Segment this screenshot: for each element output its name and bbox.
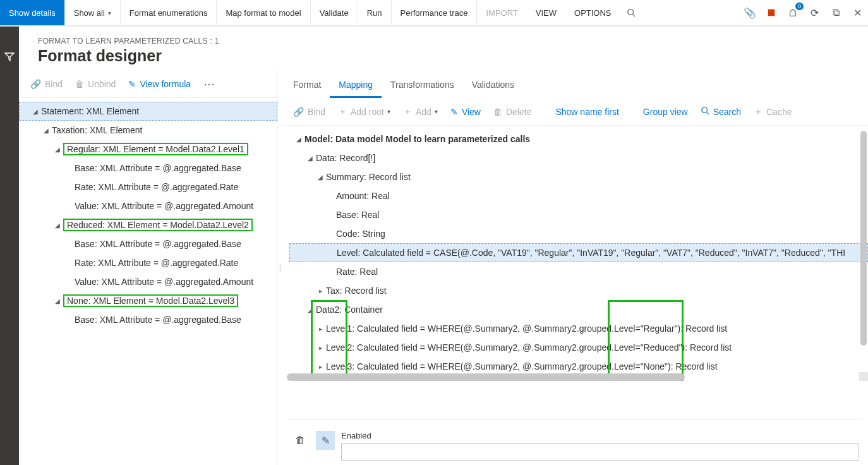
delete-button[interactable]: 🗑Delete xyxy=(487,102,538,122)
search-icon[interactable] xyxy=(620,0,642,25)
show-details-button[interactable]: Show details xyxy=(0,0,65,25)
caret-icon[interactable]: ▸ xyxy=(316,344,325,351)
refresh-icon[interactable]: ⟳ xyxy=(804,0,825,25)
options-menu-button[interactable]: OPTIONS xyxy=(565,0,620,25)
caret-icon[interactable]: ◢ xyxy=(306,155,315,162)
tree-row-level[interactable]: ▸Level: Calculated field = CASE(@.Code, … xyxy=(289,243,868,262)
caret-icon[interactable]: ▸ xyxy=(316,363,325,370)
funnel-icon[interactable] xyxy=(4,52,15,64)
popout-icon[interactable]: ⧉ xyxy=(825,0,847,25)
tab-validations[interactable]: Validations xyxy=(463,73,523,98)
svg-point-3 xyxy=(701,107,707,113)
show-all-button[interactable]: Show all▾ xyxy=(65,0,121,25)
performance-trace-button[interactable]: Performance trace xyxy=(392,0,478,25)
ribbon: Show details Show all▾ Format enumeratio… xyxy=(0,0,868,27)
tree-row-none[interactable]: ◢None: XML Element = Model.Data2.Level3 xyxy=(19,291,277,310)
tree-row-tax[interactable]: ▸Tax: Record list xyxy=(289,281,868,300)
more-icon[interactable]: ⋯ xyxy=(197,77,221,91)
add-root-label: Add root xyxy=(351,107,384,117)
right-toolbar: 🔗Bind ＋Add root▾ ＋Add▾ ✎View 🗑Delete Sho… xyxy=(282,98,868,126)
plus-icon: ＋ xyxy=(754,106,763,118)
enabled-input[interactable] xyxy=(341,443,859,461)
tree-label: Rate: XML Attribute = @.aggregated.Rate xyxy=(75,182,238,192)
tree-row-level1[interactable]: ▸Level1: Calculated field = WHERE(@.Summ… xyxy=(289,319,868,338)
tree-label: Amount: Real xyxy=(336,191,390,201)
bind-button[interactable]: 🔗Bind xyxy=(24,74,69,94)
tree-row-reduced[interactable]: ◢Reduced: XML Element = Model.Data2.Leve… xyxy=(19,215,277,234)
tree-row[interactable]: ◢Rate: XML Attribute = @.aggregated.Rate xyxy=(19,253,277,272)
import-button[interactable]: IMPORT xyxy=(477,0,526,25)
paperclip-icon[interactable]: 📎 xyxy=(739,0,761,25)
run-button[interactable]: Run xyxy=(358,0,392,25)
vertical-scrollbar[interactable] xyxy=(860,131,867,346)
tree-row-regular[interactable]: ◢Regular: XML Element = Model.Data2.Leve… xyxy=(19,140,277,159)
caret-icon[interactable]: ◢ xyxy=(316,174,325,181)
view-formula-button[interactable]: ✎View formula xyxy=(122,74,197,94)
map-format-to-model-button[interactable]: Map format to model xyxy=(217,0,310,25)
notification-icon[interactable]: 0 xyxy=(782,0,804,25)
tree-row[interactable]: ▸Code: String xyxy=(289,224,868,243)
format-tree[interactable]: ◢Statement: XML Element ◢Taxation: XML E… xyxy=(19,98,277,465)
bind-label: Bind xyxy=(45,79,63,89)
tree-row[interactable]: ◢Base: XML Attribute = @.aggregated.Base xyxy=(19,159,277,178)
caret-icon[interactable]: ◢ xyxy=(294,136,303,143)
tree-label: Value: XML Attribute = @.aggregated.Amou… xyxy=(75,277,253,287)
caret-icon[interactable]: ◢ xyxy=(42,127,51,134)
tree-row-level2[interactable]: ▸Level2: Calculated field = WHERE(@.Summ… xyxy=(289,338,868,357)
view-button[interactable]: ✎View xyxy=(444,102,487,122)
right-tabs: Format Mapping Transformations Validatio… xyxy=(282,70,868,98)
tree-row-statement[interactable]: ◢Statement: XML Element xyxy=(19,102,277,121)
tree-row[interactable]: ◢Rate: XML Attribute = @.aggregated.Rate xyxy=(19,178,277,196)
tree-row[interactable]: ◢Value: XML Attribute = @.aggregated.Amo… xyxy=(19,196,277,215)
add-root-button[interactable]: ＋Add root▾ xyxy=(332,102,397,122)
tree-label: Level2: Calculated field = WHERE(@.Summa… xyxy=(326,342,732,353)
caret-icon[interactable]: ◢ xyxy=(53,298,62,305)
caret-icon[interactable]: ◢ xyxy=(53,146,62,153)
tree-row[interactable]: ▸Amount: Real xyxy=(289,186,868,205)
view-menu-button[interactable]: VIEW xyxy=(527,0,565,25)
tree-row[interactable]: ▸Rate: Real xyxy=(289,262,868,281)
tab-format[interactable]: Format xyxy=(284,73,330,98)
unbind-button[interactable]: 🗑Unbind xyxy=(69,74,122,94)
tree-row[interactable]: ◢Base: XML Attribute = @.aggregated.Base xyxy=(19,234,277,253)
tree-row-data2[interactable]: ◢Data2: Container xyxy=(289,300,868,319)
tab-transformations[interactable]: Transformations xyxy=(382,73,463,98)
tree-row[interactable]: ▸Base: Real xyxy=(289,205,868,224)
tree-row[interactable]: ◢Value: XML Attribute = @.aggregated.Amo… xyxy=(19,272,277,291)
tab-mapping[interactable]: Mapping xyxy=(330,73,382,98)
property-footer: 🗑 ✎ Enabled xyxy=(282,420,868,465)
office-icon[interactable] xyxy=(761,0,782,25)
caret-icon[interactable]: ◢ xyxy=(31,108,40,115)
tree-label: Regular: XML Element = Model.Data2.Level… xyxy=(63,143,248,155)
caret-icon[interactable]: ◢ xyxy=(306,306,315,313)
group-view-button[interactable]: Group view xyxy=(637,102,694,122)
format-enumerations-button[interactable]: Format enumerations xyxy=(121,0,217,25)
tree-row-taxation[interactable]: ◢Taxation: XML Element xyxy=(19,121,277,140)
caret-icon[interactable]: ◢ xyxy=(53,222,62,229)
chevron-down-icon: ▾ xyxy=(435,108,438,115)
tree-row[interactable]: ◢Base: XML Attribute = @.aggregated.Base xyxy=(19,310,277,329)
edit-property-button[interactable]: ✎ xyxy=(316,431,335,450)
cache-label: Cache xyxy=(766,107,792,117)
add-button[interactable]: ＋Add▾ xyxy=(397,102,444,122)
tree-label: Level3: Calculated field = WHERE(@.Summa… xyxy=(326,361,718,371)
caret-icon[interactable]: ▸ xyxy=(316,325,325,332)
page-header: FORMAT TO LEARN PARAMETERIZED CALLS : 1 … xyxy=(19,27,868,70)
pencil-icon: ✎ xyxy=(128,79,136,89)
tree-row-data[interactable]: ◢Data: Record[!] xyxy=(289,148,868,167)
search-button[interactable]: Search xyxy=(694,102,747,122)
caret-icon[interactable]: ▸ xyxy=(316,287,325,294)
show-name-first-button[interactable]: Show name first xyxy=(549,102,625,122)
cache-button[interactable]: ＋Cache xyxy=(747,102,798,122)
validate-button[interactable]: Validate xyxy=(311,0,358,25)
horizontal-scrollbar[interactable] xyxy=(287,373,685,381)
close-icon[interactable]: ✕ xyxy=(847,0,868,25)
bind-button[interactable]: 🔗Bind xyxy=(287,102,332,122)
tree-label: Data2: Container xyxy=(316,305,383,315)
tree-row-model[interactable]: ◢Model: Data model Model to learn parame… xyxy=(289,130,868,148)
tree-row-summary[interactable]: ◢Summary: Record list xyxy=(289,167,868,186)
model-tree[interactable]: ◢Model: Data model Model to learn parame… xyxy=(282,126,868,381)
enabled-label: Enabled xyxy=(341,431,859,440)
plus-icon: ＋ xyxy=(338,106,347,118)
delete-property-button[interactable]: 🗑 xyxy=(291,431,310,450)
